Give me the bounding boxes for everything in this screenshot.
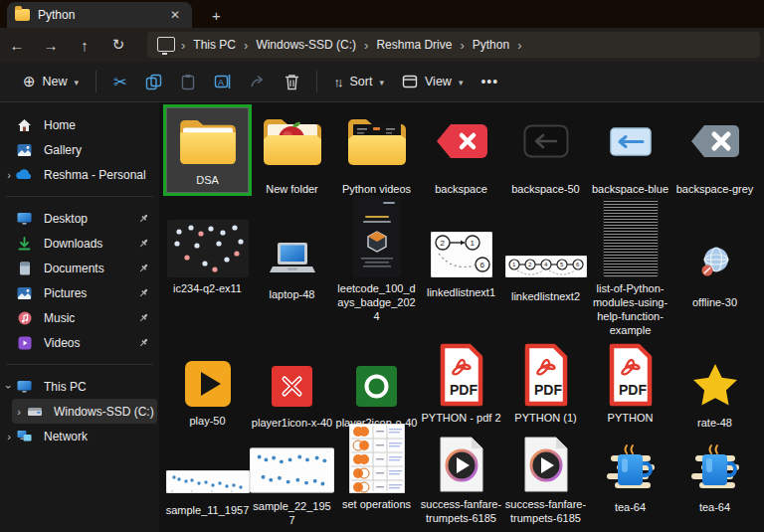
sort-button[interactable]: ↑↓ Sort ▾ [325,69,393,95]
file-tile[interactable]: sample_22_1957 [250,436,334,527]
close-tab-icon[interactable]: ✕ [166,7,184,23]
sidebar-item-pictures[interactable]: Pictures [2,280,157,305]
videos-icon [16,334,33,351]
pin-icon [138,263,149,276]
paste-button[interactable] [171,68,205,96]
sidebar-item-home[interactable]: Home [2,112,157,137]
sidebar-item-onedrive[interactable]: › Reshma - Personal [2,162,157,187]
chevron-down-icon: › [3,380,15,394]
file-tile-dsa[interactable]: DSA [165,104,250,196]
file-tile[interactable]: PDF PYTHON - pdf 2 [419,341,503,425]
sidebar-item-videos[interactable]: Videos [2,330,157,355]
file-tile[interactable]: laptop-48 [250,196,334,301]
delete-button[interactable] [276,68,308,96]
breadcrumb-windows-ssd[interactable]: Windows-SSD (C:) [250,38,362,52]
breadcrumb-this-pc[interactable]: This PC [187,38,242,52]
file-tile[interactable]: New folder [250,104,334,196]
file-tile[interactable]: success-fanfare-trumpets-6185 [419,436,503,525]
sidebar-item-downloads[interactable]: Downloads [2,231,157,256]
file-tile[interactable]: backspace-blue [588,104,672,196]
cut-button[interactable]: ✂ [104,67,135,97]
file-name: linkedlistnext1 [427,285,495,299]
file-tile[interactable]: list-of-Python-modules-using-help-functi… [588,196,672,337]
sidebar-item-label: Reshma - Personal [44,168,157,182]
file-tile[interactable]: player1icon-x-40 [250,341,334,430]
sidebar-item-this-pc[interactable]: › This PC [2,374,157,399]
view-button[interactable]: View ▾ [393,69,472,94]
sidebar-item-label: Network [44,430,157,443]
file-name: DSA [196,173,219,187]
linked-list-strip-icon: 12456 [505,256,587,277]
red-backspace-icon [434,121,489,161]
file-tile[interactable]: 12456 linkedlistnext2 [503,196,588,303]
toolbar-divider [316,71,317,92]
folder-with-apple-icon [262,115,323,167]
svg-text:6: 6 [479,261,484,269]
dots-image-icon [167,220,249,277]
file-tile[interactable]: backspace-grey [672,104,757,196]
forward-icon[interactable]: → [34,37,68,54]
file-tile[interactable]: Python videos [334,104,419,196]
blue-arrow-icon [610,127,652,156]
file-tile[interactable]: player2icon-o-40 [334,341,419,430]
new-button[interactable]: ⊕ New ▾ [14,67,88,96]
file-tile[interactable]: PDF PYTHON (1) [503,341,588,425]
chevron-right-icon: › [179,38,187,53]
file-tile[interactable]: set operations [334,436,419,511]
view-button-label: View [425,75,452,89]
see-more-button[interactable]: ••• [472,68,507,95]
file-name: PYTHON - pdf 2 [421,411,500,425]
file-tile[interactable]: rate-48 [672,341,757,430]
breadcrumb-reshma-drive[interactable]: Reshma Drive [370,38,458,52]
address-bar[interactable]: › This PC › Windows-SSD (C:) › Reshma Dr… [147,32,760,58]
file-tile[interactable]: ic234-q2-ex11 [165,196,250,295]
music-icon [16,309,33,326]
sidebar-item-network[interactable]: › Network [2,424,157,448]
file-tile[interactable]: success-fanfare-trumpets-6185 [503,436,588,525]
file-name: laptop-48 [270,287,315,301]
sidebar-item-desktop[interactable]: Desktop [2,206,157,231]
file-tile[interactable]: backspace [419,104,503,196]
venn-table-icon [349,424,405,493]
breadcrumb-python[interactable]: Python [467,38,515,52]
svg-text:PDF: PDF [534,382,562,398]
file-tile[interactable]: leetcode_100_days_badge_2024 [334,196,419,323]
file-tile[interactable]: offline-30 [672,196,757,309]
folder-with-code-icon [346,115,408,167]
pdf-file-icon: PDF [606,343,656,407]
pin-icon [138,287,149,301]
folder-icon [178,117,238,165]
file-tile[interactable]: tea-64 [672,436,757,514]
sidebar-item-music[interactable]: Music [2,305,157,330]
green-highlight-box: DSA [163,104,252,196]
sidebar-item-label: Home [44,118,157,132]
file-tile[interactable]: tea-64 [588,436,672,514]
rename-button[interactable]: A [205,68,241,95]
file-tile[interactable]: 216 linkedlistnext1 [419,196,503,299]
chevron-right-icon: › [242,38,250,53]
file-tile[interactable]: backspace-50 [503,104,588,196]
back-icon[interactable]: ← [0,37,34,54]
share-button[interactable] [241,68,276,95]
refresh-icon[interactable]: ↻ [101,36,135,54]
copy-button[interactable] [136,68,171,96]
sidebar-item-windows-ssd[interactable]: › Windows-SSD (C:) [12,399,157,424]
file-name: backspace-grey [676,182,754,196]
new-tab-button[interactable]: + [206,7,227,28]
desktop-icon [16,210,33,227]
offline-globe-icon [699,246,731,277]
svg-text:PDF: PDF [450,382,478,398]
file-tile[interactable]: play-50 [165,341,250,428]
file-list: DSA New folder Python videos backspace b… [159,102,764,532]
pin-icon [138,312,149,326]
onedrive-cloud-icon [16,166,33,183]
pin-icon [138,337,149,351]
up-icon[interactable]: ↑ [68,37,101,54]
sidebar-item-gallery[interactable]: Gallery [2,137,157,162]
sidebar-item-documents[interactable]: Documents [2,256,157,280]
tab-title: Python [38,8,166,22]
file-tile[interactable]: PDF PYTHON [588,341,672,425]
file-tile[interactable]: sample_11_1957 [165,436,250,517]
explorer-tab[interactable]: Python ✕ [7,2,192,28]
file-name: sample_11_1957 [166,503,250,517]
